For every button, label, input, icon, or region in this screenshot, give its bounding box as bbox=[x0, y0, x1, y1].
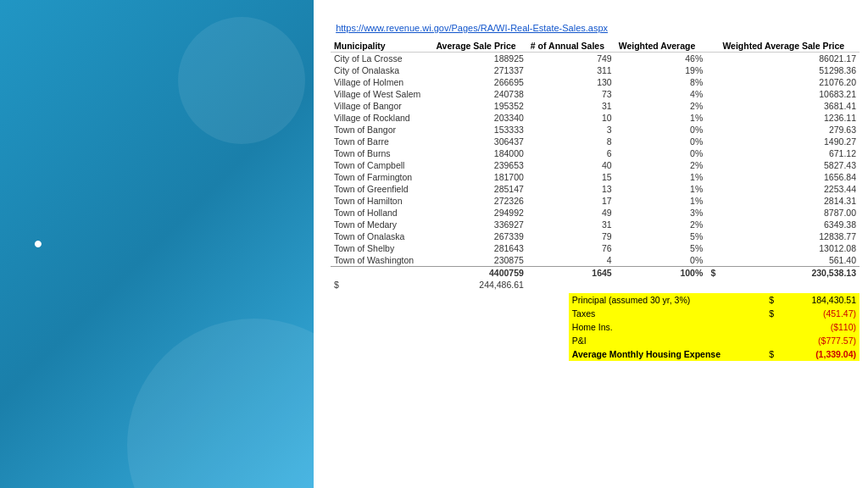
table-cell: 0% bbox=[615, 147, 707, 159]
summary-label: Average Monthly Housing Expense bbox=[569, 347, 757, 361]
table-cell: 153333 bbox=[432, 124, 526, 136]
table-row: Town of Farmington181700151%1656.84 bbox=[331, 171, 860, 183]
data-table: Municipality Average Sale Price # of Ann… bbox=[331, 40, 860, 293]
table-cell: 46% bbox=[615, 53, 707, 65]
summary-dollar bbox=[757, 320, 777, 334]
avg-row: $244,486.61 bbox=[331, 279, 860, 293]
summary-value: ($777.57) bbox=[777, 334, 860, 347]
table-cell: 8% bbox=[615, 76, 707, 88]
table-cell: 671.12 bbox=[719, 147, 860, 159]
table-cell: 51298.36 bbox=[719, 64, 860, 76]
table-cell: Town of Holland bbox=[331, 207, 432, 219]
avg-cell bbox=[706, 279, 719, 293]
table-cell: Village of West Salem bbox=[331, 88, 432, 100]
table-cell: 188925 bbox=[432, 53, 526, 65]
table-cell bbox=[706, 64, 719, 76]
table-cell: 5827.43 bbox=[719, 159, 860, 171]
table-row: Town of Bangor15333330%279.63 bbox=[331, 124, 860, 136]
col-annual-sales: # of Annual Sales bbox=[527, 40, 615, 53]
table-cell: 3 bbox=[527, 124, 615, 136]
table-row: Town of Medary336927312%6349.38 bbox=[331, 219, 860, 230]
table-cell: 195352 bbox=[432, 100, 526, 112]
table-row: Town of Hamilton272326171%2814.31 bbox=[331, 195, 860, 207]
table-row: Town of Campbell239653402%5827.43 bbox=[331, 159, 860, 171]
table-cell: Town of Greenfield bbox=[331, 183, 432, 195]
table-cell: 1490.27 bbox=[719, 136, 860, 147]
table-cell: 13 bbox=[527, 183, 615, 195]
summary-row: Home Ins.($110) bbox=[569, 320, 860, 334]
total-row: 44007591645100%$230,538.13 bbox=[331, 267, 860, 280]
total-cell: 230,538.13 bbox=[719, 267, 860, 280]
table-cell: Town of Bangor bbox=[331, 124, 432, 136]
table-cell: 271337 bbox=[432, 64, 526, 76]
table-row: Village of Bangor195352312%3681.41 bbox=[331, 100, 860, 112]
table-row: Town of Onalaska267339795%12838.77 bbox=[331, 230, 860, 242]
table-cell: 4 bbox=[527, 254, 615, 267]
summary-row: Taxes$(451.47) bbox=[569, 307, 860, 320]
summary-body: Principal (assumed 30 yr, 3%)$184,430.51… bbox=[569, 293, 860, 361]
summary-label: P&I bbox=[569, 334, 757, 347]
summary-value: 184,430.51 bbox=[777, 293, 860, 307]
table-cell: 73 bbox=[527, 88, 615, 100]
table-cell: 230875 bbox=[432, 254, 526, 267]
table-cell: 86021.17 bbox=[719, 53, 860, 65]
table-row: Village of West Salem240738734%10683.21 bbox=[331, 88, 860, 100]
table-row: Town of Washington23087540%561.40 bbox=[331, 254, 860, 267]
table-cell: 3681.41 bbox=[719, 100, 860, 112]
table-cell: 19% bbox=[615, 64, 707, 76]
sidebar-text bbox=[34, 229, 42, 259]
table-cell: 6349.38 bbox=[719, 219, 860, 230]
avg-cell bbox=[719, 279, 860, 293]
table-cell: 79 bbox=[527, 230, 615, 242]
table-cell: Village of Holmen bbox=[331, 76, 432, 88]
sidebar bbox=[0, 0, 314, 488]
col-weighted-avg: Weighted Average bbox=[615, 40, 707, 53]
table-cell bbox=[706, 112, 719, 124]
table-cell bbox=[706, 183, 719, 195]
table-cell: 12838.77 bbox=[719, 230, 860, 242]
col-weighted-avg-price: Weighted Average Sale Price bbox=[719, 40, 860, 53]
table-cell: 184000 bbox=[432, 147, 526, 159]
table-cell bbox=[706, 147, 719, 159]
table-cell: Town of Farmington bbox=[331, 171, 432, 183]
table-row: Town of Greenfield285147131%2253.44 bbox=[331, 183, 860, 195]
table-cell: 1% bbox=[615, 171, 707, 183]
table-cell: 8787.00 bbox=[719, 207, 860, 219]
table-cell: 10683.21 bbox=[719, 88, 860, 100]
table-cell: 5% bbox=[615, 230, 707, 242]
table-cell bbox=[706, 136, 719, 147]
table-cell: 561.40 bbox=[719, 254, 860, 267]
table-cell bbox=[706, 195, 719, 207]
summary-label: Taxes bbox=[569, 307, 757, 320]
summary-row: Principal (assumed 30 yr, 3%)$184,430.51 bbox=[569, 293, 860, 307]
table-cell: 267339 bbox=[432, 230, 526, 242]
total-cell bbox=[331, 267, 432, 280]
table-cell: Town of Shelby bbox=[331, 242, 432, 254]
main-content: https://www.revenue.wi.gov/Pages/RA/WI-R… bbox=[331, 21, 860, 361]
table-cell: 1% bbox=[615, 112, 707, 124]
table-cell bbox=[706, 171, 719, 183]
col-municipality: Municipality bbox=[331, 40, 432, 53]
table-cell: Town of Medary bbox=[331, 219, 432, 230]
table-cell: Village of Rockland bbox=[331, 112, 432, 124]
table-cell: Town of Campbell bbox=[331, 159, 432, 171]
summary-dollar: $ bbox=[757, 347, 777, 361]
table-cell: Town of Burns bbox=[331, 147, 432, 159]
col-avg-price: Average Sale Price bbox=[432, 40, 526, 53]
table-cell: 306437 bbox=[432, 136, 526, 147]
table-cell: 285147 bbox=[432, 183, 526, 195]
table-cell: 203340 bbox=[432, 112, 526, 124]
table-cell: 1656.84 bbox=[719, 171, 860, 183]
table-cell: Town of Washington bbox=[331, 254, 432, 267]
avg-cell: 244,486.61 bbox=[432, 279, 526, 293]
table-cell: City of Onalaska bbox=[331, 64, 432, 76]
table-row: City of Onalaska27133731119%51298.36 bbox=[331, 64, 860, 76]
col-spacer bbox=[706, 40, 719, 53]
source-row: https://www.revenue.wi.gov/Pages/RA/WI-R… bbox=[331, 23, 860, 33]
table-cell: 2% bbox=[615, 219, 707, 230]
table-cell: 2253.44 bbox=[719, 183, 860, 195]
table-cell: 336927 bbox=[432, 219, 526, 230]
table-row: Town of Burns18400060%671.12 bbox=[331, 147, 860, 159]
table-cell bbox=[706, 159, 719, 171]
source-link[interactable]: https://www.revenue.wi.gov/Pages/RA/WI-R… bbox=[336, 23, 608, 33]
